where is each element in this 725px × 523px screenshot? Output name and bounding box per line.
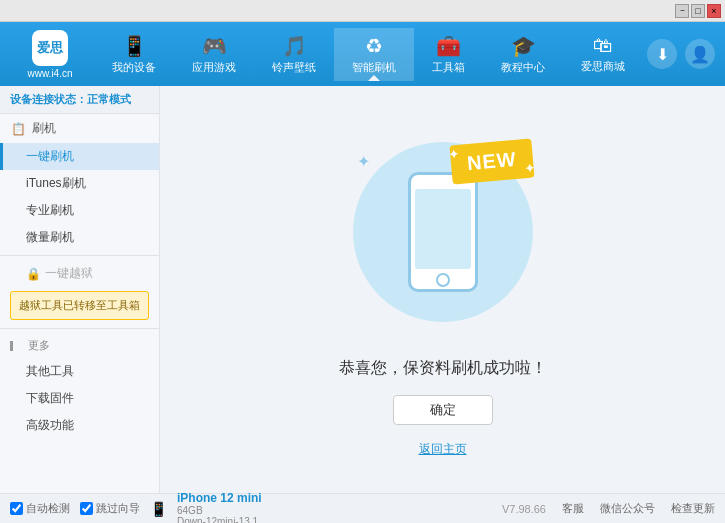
shop-icon: 🛍 [593,34,613,57]
flash-section-icon: 📋 [10,121,26,137]
status-value: 正常模式 [87,93,131,105]
sidebar-item-advanced[interactable]: 高级功能 [0,412,159,439]
header-right: ⬇ 👤 [647,39,715,69]
apps-games-icon: 🎮 [202,34,227,58]
close-button[interactable]: × [707,4,721,18]
version-label: V7.98.66 [502,503,546,515]
confirm-button[interactable]: 确定 [393,395,493,425]
sidebar-item-one-click-flash[interactable]: 一键刷机 [0,143,159,170]
bottom-left: 自动检测 跳过向导 📱 iPhone 12 mini 64GB Down-12m… [10,491,492,524]
skip-guide-label: 跳过向导 [96,501,140,516]
sidebar-item-pro-flash[interactable]: 专业刷机 [0,197,159,224]
my-device-icon: 📱 [122,34,147,58]
more-section-label: 更多 [0,333,159,358]
skip-guide-checkbox-wrapper[interactable]: 跳过向导 [80,501,140,516]
logo[interactable]: 爱思 www.i4.cn [10,30,90,79]
nav-my-device[interactable]: 📱 我的设备 [94,28,174,81]
user-button[interactable]: 👤 [685,39,715,69]
success-illustration: ✦ ✦ NEW [343,122,543,342]
jailbreak-label: 一键越狱 [45,265,93,282]
window-controls: － □ × [675,4,721,18]
success-message: 恭喜您，保资料刷机成功啦！ [339,358,547,379]
main-area: 设备连接状态：正常模式 📋 刷机 一键刷机 iTunes刷机 专业刷机 微量刷机… [0,86,725,493]
nav-apps-games[interactable]: 🎮 应用游戏 [174,28,254,81]
sidebar-item-upgrade-flash[interactable]: 微量刷机 [0,224,159,251]
smart-flash-icon: ♻ [365,34,383,58]
download-button[interactable]: ⬇ [647,39,677,69]
phone-screen [415,189,471,269]
support-link[interactable]: 客服 [562,501,584,516]
new-badge: NEW [451,142,533,181]
sidebar-divider-1 [0,255,159,256]
device-storage: 64GB [177,505,262,516]
header: 爱思 www.i4.cn 📱 我的设备 🎮 应用游戏 🎵 铃声壁纸 ♻ 智能刷机… [0,22,725,86]
jailbreak-notice: 越狱工具已转移至工具箱 [10,291,149,320]
minimize-button[interactable]: － [675,4,689,18]
nav-ringtones-label: 铃声壁纸 [272,60,316,75]
device-firmware: Down-12mini-13,1 [177,516,262,524]
auto-detect-checkbox-wrapper[interactable]: 自动检测 [10,501,70,516]
main-nav: 📱 我的设备 🎮 应用游戏 🎵 铃声壁纸 ♻ 智能刷机 🧰 工具箱 🎓 教程中心… [90,28,647,81]
new-banner-text: NEW [449,138,534,184]
more-bar-icon [10,341,22,351]
nav-toolbox-label: 工具箱 [432,60,465,75]
wechat-link[interactable]: 微信公众号 [600,501,655,516]
sidebar-item-download-firmware[interactable]: 下载固件 [0,385,159,412]
update-link[interactable]: 检查更新 [671,501,715,516]
more-label: 更多 [28,338,50,353]
nav-tutorials-label: 教程中心 [501,60,545,75]
nav-smart-flash-label: 智能刷机 [352,60,396,75]
nav-ringtones[interactable]: 🎵 铃声壁纸 [254,28,334,81]
title-bar: － □ × [0,0,725,22]
bottom-right: V7.98.66 客服 微信公众号 检查更新 [502,501,715,516]
nav-my-device-label: 我的设备 [112,60,156,75]
sidebar-divider-2 [0,328,159,329]
maximize-button[interactable]: □ [691,4,705,18]
nav-apps-games-label: 应用游戏 [192,60,236,75]
sidebar: 设备连接状态：正常模式 📋 刷机 一键刷机 iTunes刷机 专业刷机 微量刷机… [0,86,160,493]
logo-url: www.i4.cn [27,68,72,79]
back-home-link[interactable]: 返回主页 [419,441,467,458]
connection-status: 设备连接状态：正常模式 [0,86,159,114]
phone-home-button [436,273,450,287]
phone-illustration [408,172,478,292]
nav-shop-label: 爱思商城 [581,59,625,74]
nav-tutorials[interactable]: 🎓 教程中心 [483,28,563,81]
nav-shop[interactable]: 🛍 爱思商城 [563,28,643,81]
sparkle-left-icon: ✦ [357,152,370,171]
sidebar-item-itunes-flash[interactable]: iTunes刷机 [0,170,159,197]
bottom-bar: 自动检测 跳过向导 📱 iPhone 12 mini 64GB Down-12m… [0,493,725,523]
status-prefix: 设备连接状态： [10,93,87,105]
auto-detect-label: 自动检测 [26,501,70,516]
sidebar-item-other-tools[interactable]: 其他工具 [0,358,159,385]
skip-guide-checkbox[interactable] [80,502,93,515]
device-info: iPhone 12 mini 64GB Down-12mini-13,1 [177,491,262,524]
device-name: iPhone 12 mini [177,491,262,505]
ringtones-icon: 🎵 [282,34,307,58]
flash-section-header: 📋 刷机 [0,114,159,143]
nav-smart-flash[interactable]: ♻ 智能刷机 [334,28,414,81]
tutorials-icon: 🎓 [511,34,536,58]
nav-toolbox[interactable]: 🧰 工具箱 [414,28,483,81]
sidebar-item-jailbreak-disabled: 🔒 一键越狱 [0,260,159,287]
auto-detect-checkbox[interactable] [10,502,23,515]
lock-icon: 🔒 [26,267,41,281]
flash-section-label: 刷机 [32,120,56,137]
logo-icon: 爱思 [32,30,68,66]
main-content: ✦ ✦ NEW 恭喜您，保资料刷机成功啦！ 确定 返回主页 [160,86,725,493]
toolbox-icon: 🧰 [436,34,461,58]
device-phone-icon: 📱 [150,501,167,517]
